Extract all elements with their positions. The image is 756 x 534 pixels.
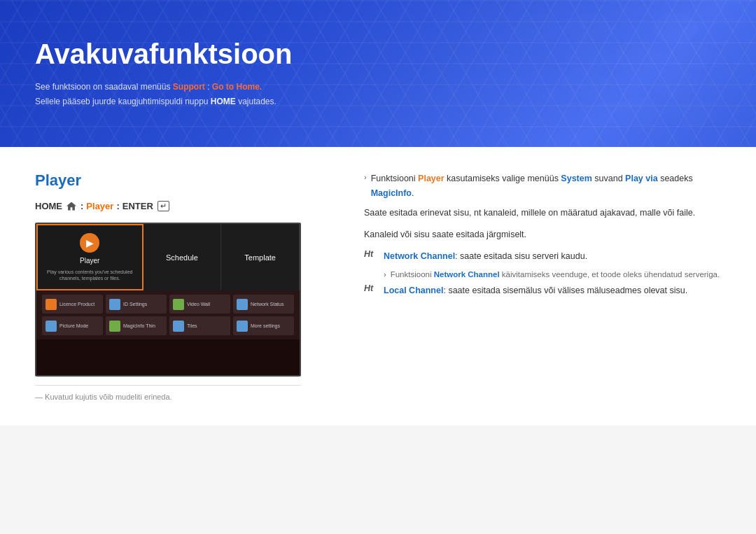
- para1: Saate esitada erinevat sisu, nt kanaleid…: [364, 206, 721, 220]
- right-column: › Funktsiooni Player kasutamiseks valige…: [364, 171, 721, 401]
- hex-decoration: [504, 14, 714, 140]
- left-column: Player HOME : Player : ENTER ↵ ▶ Player …: [35, 171, 336, 401]
- header-subtitle: See funktsioon on saadaval menüüs Suppor…: [35, 80, 721, 108]
- mockup-icon-moresettings: More settings: [233, 316, 294, 335]
- player-item-sublabel: Play various contents you've scheduled c…: [43, 269, 136, 281]
- para2: Kanaleid või sisu saate esitada järgmise…: [364, 227, 721, 242]
- mockup-icon-licence: Licence Product: [42, 295, 103, 314]
- subtitle-line1: See funktsioon on saadaval menüüs Suppor…: [35, 80, 721, 94]
- mockup-icon-network: Network Status: [233, 295, 294, 314]
- licence-icon: [46, 299, 57, 310]
- enter-icon: ↵: [158, 201, 169, 211]
- magicinfo-thin-icon: [109, 321, 120, 332]
- mockup-icon-idsettings: ID Settings: [106, 295, 167, 314]
- ht-local-channel: Ht Local Channel: saate esitada sisemälu…: [364, 283, 721, 297]
- mockup-template-item: Template: [221, 224, 300, 290]
- video-wall-icon: [173, 299, 184, 310]
- main-content: Player HOME : Player : ENTER ↵ ▶ Player …: [0, 147, 756, 426]
- player-play-icon: ▶: [80, 233, 99, 253]
- network-channel-sub-bullet: › Funktsiooni Network Channel käivitamis…: [384, 269, 721, 281]
- mockup-schedule-item: Schedule: [144, 224, 222, 290]
- screen-mockup: ▶ Player Play various contents you've sc…: [35, 223, 301, 377]
- page-title: Avakuvafunktsioon: [35, 38, 721, 70]
- mockup-bottom-grid: Licence Product ID Settings Video Wall N…: [36, 290, 300, 339]
- template-item-label: Template: [244, 253, 276, 262]
- home-icon: [66, 202, 76, 211]
- nav-breadcrumb: HOME : Player : ENTER ↵: [35, 201, 336, 211]
- bullet-arrow-icon: ›: [364, 173, 367, 181]
- network-status-icon: [237, 299, 248, 310]
- picture-mode-icon: [46, 321, 57, 332]
- schedule-item-label: Schedule: [166, 253, 198, 262]
- sub-bullet-arrow-icon: ›: [384, 270, 386, 279]
- mockup-icon-tiles: Tiles: [169, 316, 230, 335]
- mockup-player-item: ▶ Player Play various contents you've sc…: [36, 224, 144, 290]
- footnote: — Kuvatud kujutis võib mudeliti erineda.: [35, 385, 301, 401]
- mockup-icon-videowall: Video Wall: [169, 295, 230, 314]
- player-item-label: Player: [80, 257, 99, 265]
- player-section-title: Player: [35, 171, 336, 190]
- mockup-icon-magicinfo: MagicInfo Thin: [106, 316, 167, 335]
- mockup-menu-bar: ▶ Player Play various contents you've sc…: [36, 224, 300, 290]
- intro-bullet: › Funktsiooni Player kasutamiseks valige…: [364, 171, 721, 202]
- mockup-icon-picturemode: Picture Mode: [42, 316, 103, 335]
- more-settings-icon: [237, 321, 248, 332]
- subtitle-line2: Sellele pääseb juurde kaugjuhtimispuldi …: [35, 94, 721, 108]
- id-settings-icon: [109, 299, 120, 310]
- tiles-icon: [173, 321, 184, 332]
- ht-network-channel: Ht Network Channel: saate esitada sisu s…: [364, 249, 721, 263]
- header-banner: Avakuvafunktsioon See funktsioon on saad…: [0, 0, 756, 147]
